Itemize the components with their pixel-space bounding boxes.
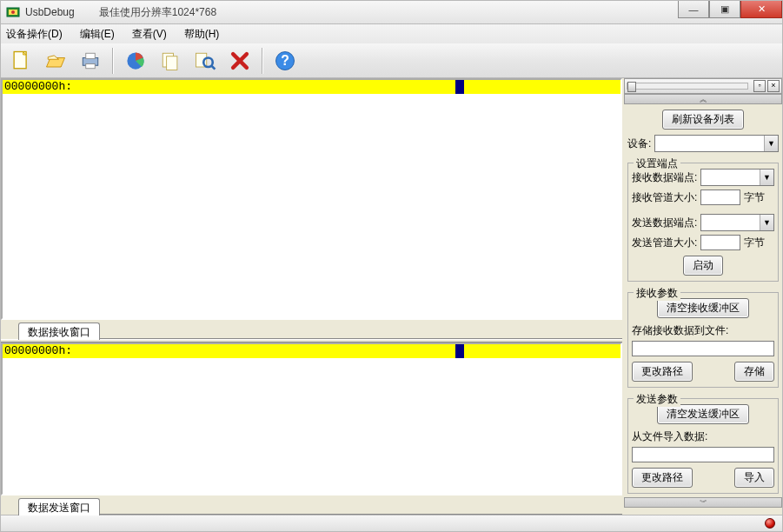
- status-bar: [0, 515, 783, 532]
- rx-address: 00000000h:: [4, 80, 72, 93]
- side-panel-body: 刷新设备列表 设备: ▼ 设置端点 接收数据端点: ▼ 接收管道大小: 字节 发…: [624, 104, 782, 497]
- menu-view[interactable]: 查看(V): [132, 27, 167, 42]
- svg-rect-12: [167, 56, 177, 70]
- tab-rx[interactable]: 数据接收窗口: [18, 323, 100, 340]
- close-button[interactable]: ✕: [740, 1, 782, 18]
- toolbar-new-button[interactable]: [4, 46, 37, 76]
- side-panel: ▫ × ︽ 刷新设备列表 设备: ▼ 设置端点 接收数据端点: ▼ 接收管道大小…: [622, 78, 782, 515]
- toolbar-separator: [112, 48, 114, 74]
- tx-hex-pane: 00000000h:: [1, 342, 622, 495]
- change-import-path-button[interactable]: 更改路径: [632, 468, 693, 488]
- tx-hex-body[interactable]: [3, 358, 620, 494]
- side-slider-track[interactable]: [627, 83, 748, 90]
- menu-device[interactable]: 设备操作(D): [6, 27, 63, 42]
- rx-hex-pane: 00000000h:: [1, 78, 622, 320]
- svg-rect-8: [86, 53, 96, 58]
- svg-point-2: [11, 10, 15, 14]
- rx-endpoint-label: 接收数据端点:: [632, 170, 697, 185]
- side-collapse-up[interactable]: ︽: [624, 94, 782, 104]
- toolbar-chart-button[interactable]: [119, 46, 152, 76]
- toolbar-open-button[interactable]: [39, 46, 72, 76]
- side-maximize-icon[interactable]: ▫: [753, 80, 766, 92]
- dropdown-arrow-icon: ▼: [760, 170, 773, 185]
- import-path-input[interactable]: [632, 447, 774, 462]
- tx-endpoint-label: 发送数据端点:: [632, 216, 697, 230]
- svg-rect-9: [86, 63, 96, 68]
- status-led-icon: [765, 518, 775, 529]
- menu-help[interactable]: 帮助(H): [184, 27, 220, 42]
- svg-line-15: [211, 65, 215, 69]
- toolbar-find-button[interactable]: [189, 46, 222, 76]
- maximize-button[interactable]: ▣: [709, 1, 740, 18]
- device-combo[interactable]: ▼: [654, 135, 779, 152]
- tx-params-legend: 发送参数: [634, 392, 680, 407]
- rx-endpoint-combo[interactable]: ▼: [700, 169, 774, 186]
- tab-tx[interactable]: 数据发送窗口: [18, 498, 100, 515]
- rx-hex-body[interactable]: [3, 94, 620, 318]
- rx-params-group: 接收参数 清空接收缓冲区 存储接收数据到文件: 更改路径 存储: [627, 292, 779, 388]
- rx-pipe-label: 接收管道大小:: [632, 190, 697, 205]
- tx-cursor-marker: [455, 344, 464, 358]
- tx-address: 00000000h:: [4, 344, 72, 357]
- rx-hex-header: 00000000h:: [3, 80, 620, 94]
- bytes-suffix: 字节: [744, 190, 765, 205]
- minimize-button[interactable]: —: [678, 1, 709, 18]
- side-collapse-down[interactable]: ︾: [624, 497, 782, 508]
- dropdown-arrow-icon: ▼: [760, 215, 773, 230]
- tx-params-group: 发送参数 清空发送缓冲区 从文件导入数据: 更改路径 导入: [627, 398, 779, 494]
- rx-pipe-input[interactable]: [700, 190, 740, 205]
- toolbar-print-button[interactable]: [74, 46, 107, 76]
- save-rx-path-input[interactable]: [632, 341, 774, 356]
- tx-pipe-label: 发送管道大小:: [632, 236, 697, 250]
- menu-bar: 设备操作(D) 编辑(E) 查看(V) 帮助(H): [0, 24, 783, 43]
- toolbar: ?: [0, 43, 783, 78]
- rx-cursor-marker: [455, 80, 464, 94]
- resolution-hint: 最佳使用分辨率1024*768: [99, 5, 216, 20]
- app-icon: [6, 5, 20, 19]
- tx-hex-header: 00000000h:: [3, 344, 620, 358]
- menu-edit[interactable]: 编辑(E): [80, 27, 115, 42]
- side-close-icon[interactable]: ×: [767, 80, 780, 92]
- toolbar-copy-button[interactable]: [154, 46, 187, 76]
- toolbar-delete-button[interactable]: [223, 46, 256, 76]
- tabline: [100, 514, 622, 515]
- endpoint-group: 设置端点 接收数据端点: ▼ 接收管道大小: 字节 发送数据端点: ▼ 发送管道…: [627, 163, 779, 282]
- dropdown-arrow-icon: ▼: [764, 136, 778, 151]
- clear-rx-buffer-button[interactable]: 清空接收缓冲区: [657, 298, 749, 318]
- bytes-suffix: 字节: [744, 236, 765, 250]
- tx-endpoint-combo[interactable]: ▼: [700, 214, 774, 231]
- start-button[interactable]: 启动: [683, 256, 723, 276]
- import-label: 从文件导入数据:: [632, 429, 774, 444]
- tx-tabstrip: 数据发送窗口: [1, 495, 622, 515]
- toolbar-separator: [262, 48, 263, 74]
- change-save-path-button[interactable]: 更改路径: [632, 362, 693, 382]
- svg-text:?: ?: [281, 53, 289, 68]
- side-panel-header: ▫ ×: [624, 78, 782, 94]
- import-button[interactable]: 导入: [734, 468, 774, 488]
- clear-tx-buffer-button[interactable]: 清空发送缓冲区: [657, 404, 749, 424]
- title-bar: UsbDebug 最佳使用分辨率1024*768 — ▣ ✕: [0, 0, 783, 24]
- rx-tabstrip: 数据接收窗口: [1, 320, 622, 339]
- toolbar-help-button[interactable]: ?: [269, 46, 302, 76]
- device-label: 设备:: [627, 136, 651, 151]
- endpoint-group-legend: 设置端点: [634, 156, 680, 171]
- tx-pipe-input[interactable]: [700, 235, 740, 250]
- side-slider-thumb[interactable]: [627, 82, 636, 92]
- rx-params-legend: 接收参数: [634, 286, 680, 301]
- refresh-devices-button[interactable]: 刷新设备列表: [662, 110, 744, 130]
- main-area: 00000000h: 数据接收窗口 00000000h: 数据发送窗口 ▫: [0, 78, 783, 515]
- left-column: 00000000h: 数据接收窗口 00000000h: 数据发送窗口: [1, 78, 622, 515]
- save-button[interactable]: 存储: [734, 362, 774, 382]
- save-rx-label: 存储接收数据到文件:: [632, 323, 774, 338]
- app-title: UsbDebug: [25, 6, 75, 18]
